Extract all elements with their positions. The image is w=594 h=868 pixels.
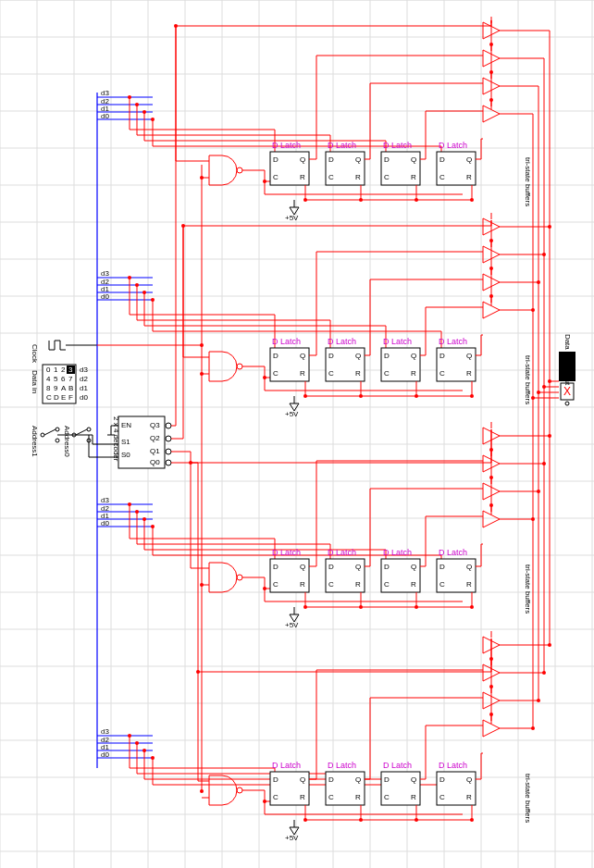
svg-point-108	[151, 118, 155, 121]
svg-text:Q2: Q2	[150, 434, 160, 442]
svg-point-153	[128, 502, 131, 506]
svg-text:D Latch: D Latch	[383, 548, 412, 557]
svg-text:D Latch: D Latch	[272, 337, 301, 346]
svg-text:7: 7	[68, 375, 73, 383]
svg-point-196	[489, 657, 493, 661]
clock-label: Clock	[31, 344, 39, 364]
svg-point-122	[470, 198, 474, 202]
svg-point-133	[151, 298, 155, 302]
svg-text:A: A	[61, 384, 67, 392]
svg-text:D Latch: D Latch	[383, 761, 412, 770]
row-nand	[209, 155, 242, 185]
svg-text:F: F	[68, 393, 73, 402]
svg-point-190	[303, 818, 307, 822]
row-0: D Latch D Latch D Latch D Latch +5V tri-…	[97, 17, 550, 222]
svg-text:0: 0	[46, 366, 51, 374]
svg-text:tri-state buffers: tri-state buffers	[524, 564, 532, 614]
svg-point-169	[415, 605, 418, 609]
svg-point-197	[489, 685, 493, 688]
svg-text:S1: S1	[121, 438, 130, 446]
svg-point-105	[128, 95, 131, 99]
svg-text:d1: d1	[80, 384, 88, 392]
svg-point-207	[548, 434, 551, 438]
svg-text:4: 4	[46, 375, 51, 383]
svg-text:EN: EN	[121, 421, 131, 429]
svg-point-217	[542, 385, 546, 389]
svg-text:+5V: +5V	[285, 834, 299, 842]
svg-text:D Latch: D Latch	[439, 761, 467, 770]
svg-point-146	[415, 394, 418, 398]
svg-point-215	[531, 396, 535, 400]
svg-text:D Latch: D Latch	[383, 141, 412, 150]
svg-point-203	[548, 225, 551, 229]
svg-point-174	[489, 476, 493, 479]
svg-text:3: 3	[68, 366, 73, 374]
svg-point-170	[470, 605, 474, 609]
svg-point-81	[166, 423, 171, 428]
svg-point-106	[135, 103, 139, 106]
svg-text:8: 8	[46, 384, 51, 392]
svg-point-192	[415, 818, 418, 822]
svg-point-185	[263, 800, 266, 803]
data-out-value: X	[563, 385, 571, 398]
svg-point-184	[196, 670, 200, 674]
svg-point-121	[415, 198, 418, 202]
svg-text:d0: d0	[80, 393, 88, 402]
decoder: 2 x 4 decoder EN S1 S0 Q3 Q2 Q1 Q0	[112, 416, 172, 468]
svg-text:+5V: +5V	[285, 410, 299, 418]
svg-point-213	[537, 699, 540, 702]
hex-nibble-selector[interactable]: 0 1 2 3 4 5 6 7 8 9 A B C D E F d3 d2 d1…	[43, 365, 88, 403]
svg-point-218	[548, 379, 551, 383]
svg-text:D Latch: D Latch	[383, 337, 412, 346]
svg-text:6: 6	[61, 375, 66, 383]
svg-point-128	[489, 70, 493, 74]
svg-point-66	[56, 428, 59, 431]
svg-point-120	[359, 198, 363, 202]
svg-text:5: 5	[54, 375, 58, 383]
svg-point-168	[359, 605, 363, 609]
svg-text:+5V: +5V	[285, 214, 299, 222]
clock-waveform-icon	[49, 341, 66, 350]
svg-point-84	[166, 460, 171, 465]
svg-point-209	[537, 490, 540, 493]
svg-point-162	[263, 587, 266, 590]
svg-point-208	[542, 462, 546, 465]
svg-line-69	[76, 429, 87, 435]
svg-text:C: C	[46, 393, 52, 402]
svg-text:D Latch: D Latch	[272, 548, 301, 557]
svg-point-88	[200, 343, 204, 347]
address1-label: Address1	[31, 426, 39, 457]
svg-point-176	[128, 734, 131, 738]
svg-point-179	[151, 756, 155, 760]
svg-point-131	[135, 283, 139, 287]
svg-point-177	[135, 741, 139, 745]
svg-text:1: 1	[54, 366, 58, 374]
svg-point-83	[166, 449, 171, 454]
svg-point-130	[128, 276, 131, 279]
svg-point-139	[263, 376, 266, 379]
svg-point-119	[303, 198, 307, 202]
svg-line-65	[44, 429, 56, 435]
svg-point-127	[489, 43, 493, 46]
svg-point-183	[200, 789, 204, 793]
svg-text:B: B	[68, 384, 73, 392]
svg-point-167	[303, 605, 307, 609]
address1-switch[interactable]	[41, 428, 59, 442]
svg-point-178	[142, 749, 146, 752]
svg-point-151	[489, 267, 493, 270]
svg-text:D Latch: D Latch	[439, 548, 467, 557]
svg-point-155	[142, 517, 146, 521]
svg-text:d2: d2	[80, 375, 88, 383]
svg-point-150	[489, 239, 493, 242]
svg-point-129	[489, 98, 493, 102]
svg-point-107	[142, 110, 146, 114]
svg-point-145	[359, 394, 363, 398]
svg-point-147	[470, 394, 474, 398]
svg-point-144	[303, 394, 307, 398]
svg-text:Q3: Q3	[150, 421, 160, 429]
svg-text:D Latch: D Latch	[272, 761, 301, 770]
svg-text:E: E	[61, 393, 66, 402]
svg-point-67	[56, 439, 59, 442]
svg-text:tri-state buffers: tri-state buffers	[524, 355, 532, 404]
svg-point-112	[200, 176, 204, 180]
